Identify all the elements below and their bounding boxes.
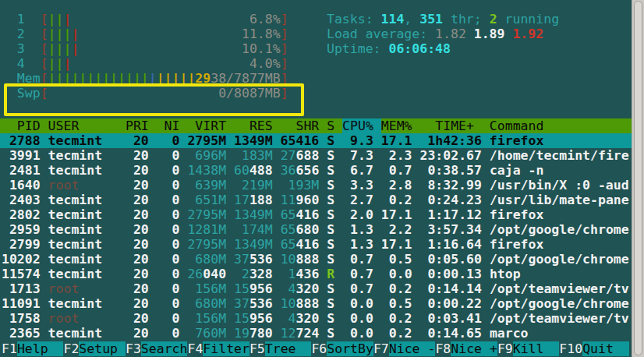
fnkey-search[interactable]: F3Search bbox=[126, 341, 187, 356]
text-segment: 328 bbox=[249, 267, 273, 281]
process-row-2802[interactable]: 2802 tecmint 20 0 2795M 1349M 65416 S 2.… bbox=[0, 207, 632, 222]
text-segment: 11574 tecmint 20 0 bbox=[2, 267, 187, 281]
text-segment: S 2.7 0.2 0:24.23 /usr/lib/mate-pane bbox=[319, 193, 628, 207]
text-segment: 639M 219M 193M bbox=[187, 178, 319, 193]
fnkey-nice-plus[interactable]: F8Nice + bbox=[435, 341, 497, 356]
fnkey-sortby[interactable]: F6SortBy bbox=[311, 341, 373, 356]
text-segment: S 2.0 17.1 1:17.12 firefox bbox=[319, 207, 543, 222]
process-row-2788[interactable]: 2788 tecmint 20 0 2795M 1349M 65416 S 9.… bbox=[0, 133, 632, 148]
fnkey-tree[interactable]: F5Tree bbox=[249, 341, 311, 356]
text-segment: 960 bbox=[296, 193, 320, 207]
process-row-1640[interactable]: 1640 root 20 0 639M 219M 193M S 3.3 2.8 … bbox=[0, 178, 632, 193]
text-segment: 351 bbox=[419, 12, 443, 27]
process-row-11091[interactable]: 11091 tecmint 20 0 680M 37536 10888 S 0.… bbox=[0, 296, 632, 311]
process-row-2365[interactable]: 2365 tecmint 20 0 760M 19780 12724 S 0.0… bbox=[0, 326, 632, 341]
text-segment: R bbox=[327, 267, 334, 281]
text-segment: 760M bbox=[187, 326, 234, 341]
text-segment: 11 bbox=[281, 193, 296, 207]
text-segment: ||| bbox=[48, 41, 72, 56]
sort-column-cpu[interactable]: CPU% bbox=[342, 118, 381, 133]
text-segment: || bbox=[48, 56, 64, 71]
fnkey-label: Quit bbox=[582, 341, 629, 356]
text-segment: 1.82 bbox=[435, 27, 474, 41]
uptime-line: Uptime: 06:06:48 bbox=[327, 41, 451, 56]
fnkey-help[interactable]: F1Help bbox=[2, 341, 63, 356]
text-segment: ] bbox=[281, 56, 288, 71]
text-segment: 20 0 bbox=[118, 311, 187, 326]
text-segment: 19 bbox=[234, 326, 249, 341]
text-segment: 320 bbox=[296, 281, 320, 296]
scrollbar-thumb[interactable] bbox=[634, 1, 642, 355]
cpu4-meter: 4 [||| 4.0%] bbox=[0, 56, 632, 71]
fnkey-number: F4 bbox=[187, 341, 203, 356]
text-segment: 1438M bbox=[187, 163, 234, 178]
text-segment: 60 bbox=[234, 163, 249, 178]
text-segment bbox=[273, 267, 281, 281]
text-segment: root bbox=[48, 178, 118, 193]
process-row-2959[interactable]: 2959 tecmint 20 0 1281M 174M 65680 S 1.3… bbox=[0, 222, 632, 237]
fnkey-number: F1 bbox=[2, 341, 17, 356]
text-segment: 724 bbox=[296, 326, 320, 341]
text-segment: 15 bbox=[234, 311, 249, 326]
text-segment: 0/8087MB bbox=[218, 86, 280, 101]
text-segment: ] bbox=[281, 71, 288, 86]
fnkey-label: Search bbox=[141, 341, 188, 356]
text-segment: 696M 183M bbox=[187, 148, 280, 163]
fnkey-nice-minus[interactable]: F7Nice - bbox=[373, 341, 435, 356]
text-segment bbox=[273, 311, 281, 326]
text-segment: 6.8% bbox=[249, 12, 281, 27]
process-row-11574[interactable]: 11574 tecmint 20 0 26040 2328 1436 R 0.7… bbox=[0, 267, 632, 281]
text-segment bbox=[273, 281, 281, 296]
text-segment: | bbox=[149, 71, 157, 86]
text-segment: 65 bbox=[281, 222, 296, 237]
text-segment: 11091 tecmint 20 0 bbox=[2, 296, 187, 311]
text-segment: 10.1% bbox=[242, 41, 281, 56]
text-segment: 1640 bbox=[2, 178, 48, 193]
process-row-10202[interactable]: 10202 tecmint 20 0 680M 37536 10888 S 0.… bbox=[0, 252, 632, 267]
text-segment: 2 bbox=[234, 267, 249, 281]
fnkey-setup[interactable]: F2Setup bbox=[63, 341, 125, 356]
process-row-3991[interactable]: 3991 tecmint 20 0 696M 183M 27688 S 7.3 … bbox=[0, 148, 632, 163]
text-segment: 17 bbox=[234, 193, 249, 207]
text-segment: 680M bbox=[187, 252, 234, 267]
text-segment: 888 bbox=[296, 296, 320, 311]
terminal: 1 [||| 6.8%] 2 [|||| 11.8%] 3 [|||| 10.1… bbox=[0, 0, 632, 357]
text-segment bbox=[71, 56, 249, 71]
text-segment: S 7.3 2.3 23:02.67 /home/tecmint/fire bbox=[319, 148, 628, 163]
table-header-row[interactable]: PID USER PRI NI VIRT RES SHR S CPU% MEM%… bbox=[0, 118, 632, 133]
text-segment: 680 bbox=[296, 222, 320, 237]
text-segment: [ bbox=[41, 27, 48, 41]
fnkey-label: Kill bbox=[513, 341, 560, 356]
process-row-1758[interactable]: 1758 root 20 0 156M 15956 4320 S 0.0 0.2… bbox=[0, 311, 632, 326]
process-row-2799[interactable]: 2799 tecmint 20 0 2795M 1349M 65416 S 1.… bbox=[0, 237, 632, 252]
fnkey-filter[interactable]: F4Filter bbox=[187, 341, 249, 356]
text-segment: 156M bbox=[187, 311, 234, 326]
text-segment: [ bbox=[41, 41, 48, 56]
fnkey-kill[interactable]: F9Kill bbox=[497, 341, 559, 356]
text-segment bbox=[48, 86, 219, 101]
text-segment: 38/7877MB bbox=[211, 71, 280, 86]
fnkey-label: Tree bbox=[265, 341, 312, 356]
text-segment: 1.92 bbox=[512, 27, 543, 41]
fnkey-number: F9 bbox=[497, 341, 513, 356]
swap-meter: Swp[ 0/8087MB] bbox=[0, 86, 632, 101]
process-row-2403[interactable]: 2403 tecmint 20 0 651M 17188 11960 S 2.7… bbox=[0, 193, 632, 207]
text-segment: [ bbox=[41, 12, 48, 27]
scrollbar[interactable] bbox=[632, 0, 644, 357]
process-row-1713[interactable]: 1713 root 20 0 156M 15956 4320 S 0.7 0.2… bbox=[0, 281, 632, 296]
text-segment: 15 bbox=[234, 281, 249, 296]
text-segment: 1 bbox=[2, 12, 41, 27]
text-segment: 1 bbox=[281, 267, 296, 281]
text-segment: 1281M 174M bbox=[187, 222, 280, 237]
text-segment: ||| bbox=[48, 27, 72, 41]
text-segment: 2365 tecmint 20 0 bbox=[2, 326, 187, 341]
fnkey-number: F10 bbox=[559, 341, 582, 356]
text-segment: 536 bbox=[249, 296, 273, 311]
text-segment: 2788 tecmint 20 0 2795M 1349M 65416 S 9.… bbox=[2, 133, 543, 148]
text-segment: 956 bbox=[249, 311, 273, 326]
process-row-2481[interactable]: 2481 tecmint 20 0 1438M 60488 36656 S 6.… bbox=[0, 163, 632, 178]
text-segment: ] bbox=[281, 12, 288, 27]
fnkey-quit[interactable]: F10Quit bbox=[559, 341, 628, 356]
text-segment: 06:06:48 bbox=[388, 41, 450, 56]
text-segment: S 0.7 0.5 0:05.60 /opt/google/chrome bbox=[319, 252, 628, 267]
